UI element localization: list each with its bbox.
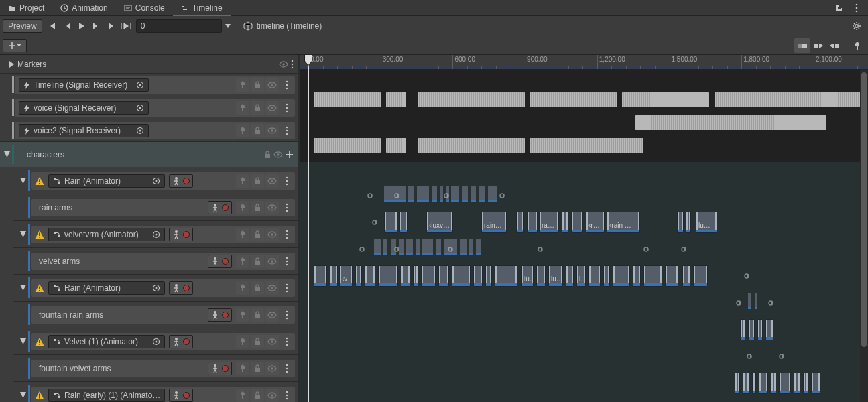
animation-clip[interactable]: ‹luxv… xyxy=(426,212,453,233)
track-binding[interactable]: voice (Signal Receiver) xyxy=(19,101,149,115)
edit-mode-ripple[interactable] xyxy=(810,38,826,53)
audio-clip[interactable] xyxy=(622,92,709,107)
audio-clip[interactable] xyxy=(635,115,826,130)
animation-clip[interactable] xyxy=(566,265,574,287)
animation-clip[interactable]: l… xyxy=(576,265,586,287)
pin-icon[interactable] xyxy=(236,78,249,92)
animation-clip[interactable] xyxy=(314,265,327,287)
pin-icon[interactable] xyxy=(236,174,249,188)
prev-frame-button[interactable] xyxy=(60,19,74,34)
tab-project[interactable]: Project xyxy=(0,0,52,16)
visibility-icon[interactable] xyxy=(265,101,279,115)
target-icon[interactable] xyxy=(152,177,160,185)
animation-clip[interactable] xyxy=(735,373,740,394)
visibility-icon[interactable] xyxy=(265,228,279,241)
fold-caret-icon[interactable] xyxy=(20,168,26,194)
animation-clip[interactable] xyxy=(571,212,583,233)
visibility-icon[interactable] xyxy=(279,60,288,69)
tab-menu-icon[interactable] xyxy=(849,1,864,15)
animation-clip[interactable]: lu… xyxy=(696,212,717,233)
visibility-icon[interactable] xyxy=(265,389,279,402)
record-icon[interactable] xyxy=(222,204,229,211)
pin-icon[interactable] xyxy=(236,308,249,322)
pin-icon[interactable] xyxy=(236,124,249,137)
pin-icon[interactable] xyxy=(236,335,249,348)
animation-clip[interactable] xyxy=(613,265,630,287)
animation-clip[interactable] xyxy=(588,265,601,287)
lock-icon[interactable] xyxy=(251,124,264,137)
animation-clip[interactable] xyxy=(406,239,413,255)
avatar-record[interactable] xyxy=(169,228,193,241)
track-binding[interactable]: Velvet (1) (Animator) xyxy=(48,335,165,348)
animation-clip[interactable] xyxy=(803,373,808,394)
visibility-icon[interactable] xyxy=(265,255,279,268)
avatar-record[interactable] xyxy=(208,255,232,268)
animator-track[interactable]: velvetvrm (Animator) xyxy=(13,221,298,248)
animation-clip[interactable] xyxy=(686,212,691,233)
animation-clip[interactable] xyxy=(488,186,497,202)
fold-caret-icon[interactable] xyxy=(20,382,26,402)
animation-clip[interactable] xyxy=(536,265,546,287)
lock-icon[interactable] xyxy=(251,281,264,295)
avatar-record[interactable] xyxy=(208,201,232,214)
animation-clip[interactable] xyxy=(677,212,684,233)
animation-clip[interactable] xyxy=(473,265,483,287)
markers-menu-icon[interactable] xyxy=(291,60,294,69)
frame-field[interactable]: 0 xyxy=(136,19,222,33)
animation-clip[interactable] xyxy=(771,373,776,394)
avatar-record[interactable] xyxy=(208,308,232,322)
track-menu-icon[interactable] xyxy=(280,124,294,137)
pin-icon[interactable] xyxy=(236,281,249,295)
animation-clip[interactable] xyxy=(330,265,338,287)
visibility-icon[interactable] xyxy=(273,150,283,159)
override-track[interactable]: fountain velvet arms xyxy=(13,355,298,382)
visibility-icon[interactable] xyxy=(265,335,279,348)
track-menu-icon[interactable] xyxy=(280,389,294,402)
animation-clip[interactable] xyxy=(759,373,768,394)
vertical-scrollbar[interactable] xyxy=(860,70,868,402)
track-menu-icon[interactable] xyxy=(280,281,294,295)
avatar-record[interactable] xyxy=(169,281,193,295)
lock-icon[interactable] xyxy=(251,101,264,115)
lock-icon[interactable] xyxy=(251,308,264,322)
tab-animation[interactable]: Animation xyxy=(52,0,115,16)
record-icon[interactable] xyxy=(183,178,190,184)
audio-clip[interactable] xyxy=(418,92,525,107)
target-icon[interactable] xyxy=(136,127,144,135)
animation-clip[interactable] xyxy=(460,239,467,255)
animation-clip[interactable] xyxy=(355,265,362,287)
animation-clip[interactable] xyxy=(438,265,449,287)
track-menu-icon[interactable] xyxy=(280,174,294,188)
animator-track[interactable]: Rain (Animator) xyxy=(13,275,298,302)
target-icon[interactable] xyxy=(136,104,144,112)
animation-clip[interactable] xyxy=(469,239,473,255)
audio-clip[interactable] xyxy=(314,138,381,153)
animation-clip[interactable] xyxy=(436,239,441,255)
override-track[interactable]: fountain rain arms xyxy=(13,302,298,328)
lock-icon[interactable] xyxy=(251,389,264,402)
lock-icon[interactable] xyxy=(251,362,264,375)
scrollbar-thumb[interactable] xyxy=(861,72,867,347)
animation-clip[interactable] xyxy=(748,293,751,309)
lock-icon[interactable] xyxy=(251,335,264,348)
animation-clip[interactable]: rain… xyxy=(481,212,507,233)
lock-icon[interactable] xyxy=(251,228,264,241)
add-icon[interactable] xyxy=(286,151,294,159)
track-menu-icon[interactable] xyxy=(280,78,294,92)
animator-track[interactable]: Rain (Animator) xyxy=(13,168,298,194)
animation-clip[interactable] xyxy=(374,239,381,255)
visibility-icon[interactable] xyxy=(265,174,279,188)
next-frame-button[interactable] xyxy=(89,19,104,34)
animation-clip[interactable] xyxy=(476,239,481,255)
audio-clip[interactable] xyxy=(530,138,643,153)
animation-clip[interactable] xyxy=(748,319,755,340)
audio-clip[interactable] xyxy=(386,92,406,107)
group-characters[interactable]: characters xyxy=(0,142,298,168)
settings-icon[interactable] xyxy=(849,19,864,34)
lock-icon[interactable] xyxy=(264,151,271,159)
animation-clip[interactable] xyxy=(421,265,436,287)
frame-dropdown[interactable] xyxy=(222,19,234,33)
audio-clip[interactable] xyxy=(715,92,822,107)
animation-clip[interactable]: ‹rain … xyxy=(607,212,640,233)
visibility-icon[interactable] xyxy=(265,201,279,214)
